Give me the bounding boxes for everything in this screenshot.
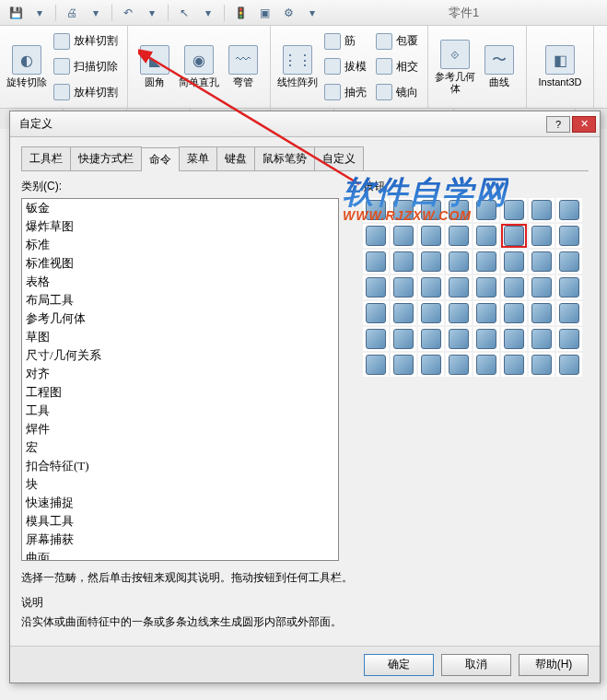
dropdown-icon[interactable]: ▾ (198, 3, 218, 23)
command-button[interactable] (446, 224, 472, 248)
category-listbox[interactable]: 钣金爆炸草图标准标准视图表格布局工具参考几何体草图尺寸/几何关系对齐工程图工具焊… (21, 198, 339, 561)
command-button[interactable] (446, 275, 472, 299)
loftcut2-button[interactable]: 放样切割 (50, 82, 122, 102)
command-button[interactable] (473, 327, 499, 351)
fillet-button[interactable]: ◣ 圆角 (134, 29, 176, 104)
list-item[interactable]: 草图 (22, 328, 338, 346)
list-item[interactable]: 焊件 (22, 420, 338, 438)
list-item[interactable]: 布局工具 (22, 291, 338, 309)
command-button[interactable] (501, 353, 527, 377)
command-button[interactable] (418, 250, 444, 274)
list-item[interactable]: 屏幕捕获 (22, 531, 338, 549)
command-button[interactable] (391, 353, 416, 377)
command-button[interactable] (446, 250, 472, 274)
loftcut-button[interactable]: 放样切割 (50, 31, 122, 52)
help-button[interactable]: ? (546, 116, 570, 133)
shell-button[interactable]: 抽壳 (321, 82, 370, 102)
command-button[interactable] (473, 301, 499, 325)
command-button[interactable] (556, 224, 582, 248)
mirror-button[interactable]: 镜向 (372, 82, 422, 102)
instant3d-button[interactable]: ◧ Instant3D (532, 29, 588, 104)
rib-button[interactable]: 筋 (321, 31, 370, 52)
command-button[interactable] (556, 250, 582, 274)
rotcut-button[interactable]: ◐ 旋转切除 (6, 29, 48, 104)
command-button[interactable] (418, 353, 444, 377)
command-button[interactable] (446, 301, 472, 325)
dropdown-icon[interactable]: ▾ (302, 3, 322, 23)
command-button[interactable] (556, 275, 582, 299)
bend-button[interactable]: 〰 弯管 (222, 29, 264, 104)
command-button[interactable] (363, 353, 389, 377)
list-item[interactable]: 块 (22, 475, 338, 494)
command-button[interactable] (363, 198, 389, 222)
command-button[interactable] (501, 198, 527, 222)
ok-button[interactable]: 确定 (364, 654, 434, 676)
refgeom-button[interactable]: ⟐ 参考几何体 (434, 29, 476, 104)
list-item[interactable]: 参考几何体 (22, 309, 338, 328)
tab-keyboard[interactable]: 键盘 (216, 146, 255, 170)
command-button[interactable] (473, 224, 499, 248)
command-button[interactable] (391, 301, 416, 325)
dropdown-icon[interactable]: ▾ (29, 3, 50, 23)
tab-command[interactable]: 命令 (141, 147, 180, 171)
command-button[interactable] (501, 301, 527, 325)
list-item[interactable]: 工程图 (22, 383, 338, 402)
command-button[interactable] (418, 275, 444, 299)
command-button[interactable] (556, 353, 582, 377)
print-icon[interactable]: 🖨 (62, 3, 82, 23)
command-button[interactable] (391, 250, 416, 274)
list-item[interactable]: 对齐 (22, 365, 338, 383)
list-item[interactable]: 工具 (22, 402, 338, 420)
close-button[interactable]: ✕ (572, 116, 596, 133)
list-item[interactable]: 钣金 (22, 199, 338, 217)
command-button[interactable] (529, 250, 554, 274)
command-button[interactable] (391, 275, 416, 299)
command-button[interactable] (529, 198, 554, 222)
command-button[interactable] (391, 224, 416, 248)
command-button[interactable] (418, 327, 444, 351)
help-button[interactable]: 帮助(H) (519, 654, 589, 676)
tab-mouse[interactable]: 鼠标笔势 (254, 146, 315, 170)
list-item[interactable]: 标准 (22, 236, 338, 254)
command-button[interactable] (363, 327, 389, 351)
tab-menu[interactable]: 菜单 (179, 146, 217, 170)
wrap-button[interactable]: 包覆 (372, 31, 422, 52)
list-item[interactable]: 表格 (22, 273, 338, 291)
dropdown-icon[interactable]: ▾ (142, 3, 162, 23)
command-button[interactable] (446, 327, 472, 351)
rebuild-icon[interactable]: ▣ (254, 3, 274, 23)
tab-shortcut[interactable]: 快捷方式栏 (70, 146, 142, 170)
command-button[interactable] (473, 198, 499, 222)
hole-button[interactable]: ◉ 简单直孔 (178, 29, 220, 104)
gear-icon[interactable]: ⚙ (278, 3, 298, 23)
command-button[interactable] (363, 275, 389, 299)
command-button[interactable] (529, 353, 554, 377)
list-item[interactable]: 曲面 (22, 549, 338, 561)
command-button[interactable] (446, 198, 472, 222)
list-item[interactable]: 扣合特征(T) (22, 457, 338, 475)
cancel-button[interactable]: 取消 (441, 654, 511, 676)
command-button[interactable] (529, 327, 554, 351)
command-button[interactable] (446, 353, 472, 377)
command-button[interactable] (529, 224, 554, 248)
command-button[interactable] (501, 224, 527, 248)
dropdown-icon[interactable]: ▾ (86, 3, 106, 23)
command-button[interactable] (391, 327, 416, 351)
tab-custom[interactable]: 自定义 (314, 146, 364, 170)
cursor-icon[interactable]: ↖ (174, 3, 194, 23)
undo-icon[interactable]: ↶ (118, 3, 138, 23)
command-button[interactable] (391, 198, 416, 222)
command-button[interactable] (556, 327, 582, 351)
list-item[interactable]: 标准视图 (22, 254, 338, 273)
list-item[interactable]: 尺寸/几何关系 (22, 346, 338, 365)
command-button[interactable] (473, 353, 499, 377)
command-button[interactable] (418, 301, 444, 325)
command-button[interactable] (501, 250, 527, 274)
curves-button[interactable]: 〜 曲线 (478, 29, 520, 104)
pattern-button[interactable]: ⋮⋮ 线性阵列 (276, 29, 319, 104)
list-item[interactable]: 快速捕捉 (22, 494, 338, 512)
command-button[interactable] (529, 301, 554, 325)
command-button[interactable] (418, 198, 444, 222)
save-icon[interactable]: 💾 (6, 3, 26, 23)
draft-button[interactable]: 拔模 (321, 56, 370, 76)
